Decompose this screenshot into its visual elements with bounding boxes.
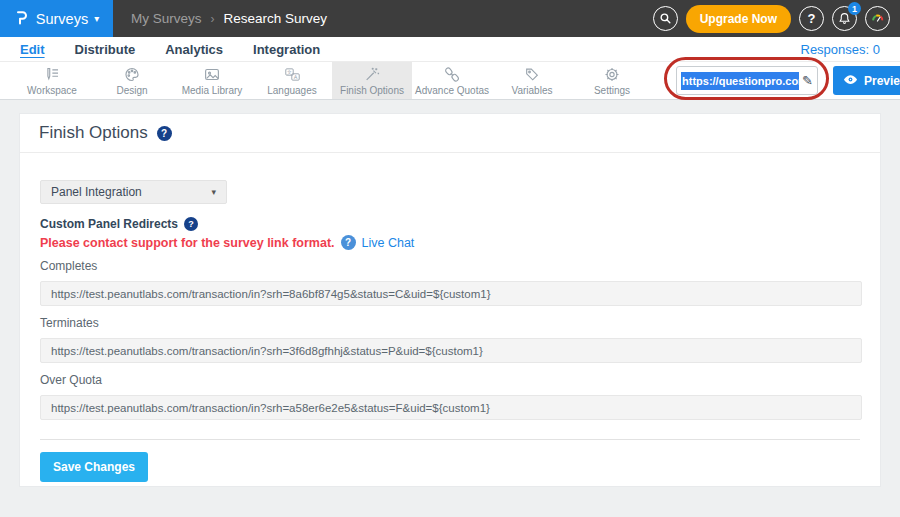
nav-tab-analytics[interactable]: Analytics bbox=[165, 42, 223, 57]
save-changes-button[interactable]: Save Changes bbox=[40, 452, 148, 482]
toolbar-item-label: Variables bbox=[512, 85, 553, 96]
main-content: Finish Options ? Panel Integration ▾ Cus… bbox=[0, 100, 900, 500]
help-icon[interactable]: ? bbox=[799, 6, 824, 31]
notification-badge: 1 bbox=[848, 2, 861, 15]
finish-options-help-icon[interactable]: ? bbox=[157, 126, 172, 141]
toolbar-item-label: Advance Quotas bbox=[415, 85, 489, 96]
card-header: Finish Options ? bbox=[20, 114, 880, 153]
live-chat-help-icon[interactable]: ? bbox=[341, 235, 356, 250]
toolbar-item-design[interactable]: Design bbox=[92, 62, 172, 99]
toolbar-item-label: Media Library bbox=[182, 85, 243, 96]
magic-wand-icon bbox=[363, 66, 381, 83]
eye-icon bbox=[843, 74, 858, 88]
terminates-url-input[interactable]: https://test.peanutlabs.com/transaction/… bbox=[40, 338, 862, 363]
dropdown-selected-value: Panel Integration bbox=[51, 185, 142, 199]
warning-row: Please contact support for the survey li… bbox=[40, 235, 860, 250]
completes-label: Completes bbox=[40, 259, 860, 273]
toolbar-item-workspace[interactable]: Workspace bbox=[12, 62, 92, 99]
image-icon bbox=[203, 66, 221, 83]
toolbar-item-label: Finish Options bbox=[340, 85, 404, 96]
svg-text:A: A bbox=[293, 73, 297, 79]
top-header: Surveys ▾ My Surveys › Research Survey U… bbox=[0, 0, 900, 37]
workspace-icon bbox=[43, 66, 61, 83]
completes-url-input[interactable]: https://test.peanutlabs.com/transaction/… bbox=[40, 281, 862, 306]
upgrade-now-button[interactable]: Upgrade Now bbox=[686, 5, 791, 33]
preview-button[interactable]: Preview bbox=[833, 66, 900, 95]
card-body: Panel Integration ▾ Custom Panel Redirec… bbox=[20, 153, 880, 482]
nav-tab-edit[interactable]: Edit bbox=[20, 42, 45, 57]
responses-count[interactable]: Responses: 0 bbox=[801, 42, 881, 57]
survey-nav: Edit Distribute Analytics Integration Re… bbox=[0, 37, 900, 62]
over-quota-url-input[interactable]: https://test.peanutlabs.com/transaction/… bbox=[40, 395, 862, 420]
palette-icon bbox=[123, 66, 141, 83]
terminates-group: Terminates https://test.peanutlabs.com/t… bbox=[40, 316, 860, 363]
toolbar-item-label: Design bbox=[116, 85, 147, 96]
chevron-down-icon: ▾ bbox=[211, 187, 216, 197]
chain-link-icon bbox=[443, 66, 461, 83]
toolbar-item-languages[interactable]: 文A Languages bbox=[252, 62, 332, 99]
completes-group: Completes https://test.peanutlabs.com/tr… bbox=[40, 259, 860, 306]
page-title: Finish Options bbox=[39, 123, 148, 143]
toolbar-item-label: Languages bbox=[267, 85, 317, 96]
edit-toolbar: Workspace Design Media Library 文A Langua… bbox=[0, 62, 900, 100]
chevron-down-icon: ▾ bbox=[94, 13, 99, 24]
questionpro-logo-icon bbox=[14, 8, 30, 30]
translate-icon: 文A bbox=[283, 66, 302, 83]
custom-panel-redirects-help-icon[interactable]: ? bbox=[184, 217, 198, 231]
gear-icon bbox=[603, 66, 621, 83]
over-quota-label: Over Quota bbox=[40, 373, 860, 387]
panel-integration-dropdown[interactable]: Panel Integration ▾ bbox=[40, 180, 227, 204]
edit-url-pencil-icon[interactable]: ✎ bbox=[802, 73, 813, 88]
breadcrumb: My Surveys › Research Survey bbox=[131, 11, 327, 26]
nav-tab-integration[interactable]: Integration bbox=[253, 42, 320, 57]
search-icon[interactable] bbox=[653, 6, 678, 31]
nav-tab-distribute[interactable]: Distribute bbox=[75, 42, 136, 57]
toolbar-item-advance-quotas[interactable]: Advance Quotas bbox=[412, 62, 492, 99]
svg-text:文: 文 bbox=[286, 68, 291, 74]
breadcrumb-parent[interactable]: My Surveys bbox=[131, 11, 202, 26]
toolbar-item-label: Workspace bbox=[27, 85, 77, 96]
over-quota-group: Over Quota https://test.peanutlabs.com/t… bbox=[40, 373, 860, 420]
live-chat-link[interactable]: Live Chat bbox=[362, 236, 415, 250]
survey-url-field[interactable]: https://questionpro.com/t/A ✎ bbox=[676, 66, 818, 95]
toolbar-item-finish-options[interactable]: Finish Options bbox=[332, 62, 412, 99]
tag-icon bbox=[523, 66, 541, 83]
notifications-button[interactable]: 1 bbox=[832, 6, 857, 31]
toolbar-item-settings[interactable]: Settings bbox=[572, 62, 652, 99]
section-title: Custom Panel Redirects bbox=[40, 217, 178, 231]
breadcrumb-separator-icon: › bbox=[211, 12, 215, 26]
product-switcher[interactable]: Surveys ▾ bbox=[0, 0, 113, 37]
toolbar-item-media-library[interactable]: Media Library bbox=[172, 62, 252, 99]
account-gauge-icon[interactable] bbox=[865, 6, 890, 31]
product-name: Surveys bbox=[36, 11, 88, 27]
terminates-label: Terminates bbox=[40, 316, 860, 330]
toolbar-item-label: Settings bbox=[594, 85, 630, 96]
section-title-row: Custom Panel Redirects ? bbox=[40, 217, 860, 231]
support-warning-text: Please contact support for the survey li… bbox=[40, 236, 335, 250]
footer-divider bbox=[40, 439, 860, 440]
breadcrumb-current: Research Survey bbox=[224, 11, 328, 26]
survey-url-selected-text[interactable]: https://questionpro.com/t/A bbox=[681, 72, 799, 90]
header-actions: Upgrade Now ? 1 bbox=[653, 5, 890, 33]
toolbar-item-variables[interactable]: Variables bbox=[492, 62, 572, 99]
finish-options-card: Finish Options ? Panel Integration ▾ Cus… bbox=[19, 113, 881, 487]
preview-label: Preview bbox=[864, 74, 900, 88]
